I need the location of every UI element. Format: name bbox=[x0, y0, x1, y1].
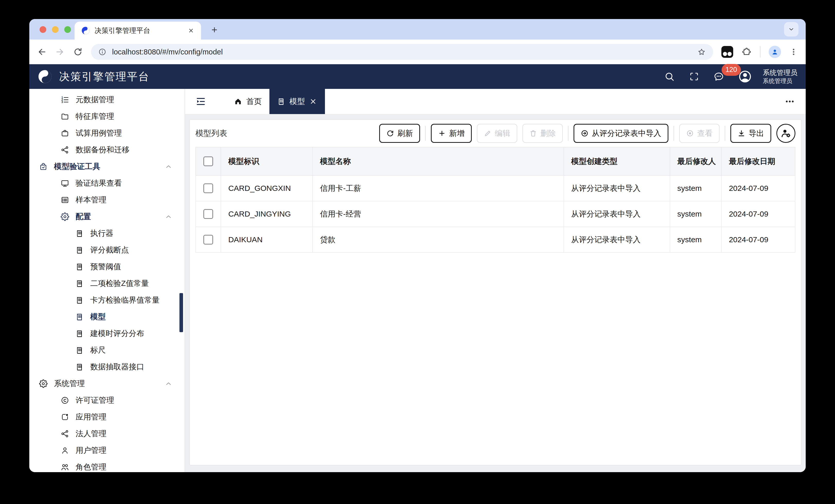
site-info-icon[interactable] bbox=[98, 48, 106, 56]
cell-model-name: 信用卡-经营 bbox=[312, 201, 564, 227]
messages-button[interactable]: 120 bbox=[713, 71, 724, 82]
person-icon bbox=[771, 48, 779, 56]
sidebar-item-user-management[interactable]: 用户管理 bbox=[29, 442, 185, 459]
sidebar-item-data-backup-migration[interactable]: 数据备份和迁移 bbox=[29, 142, 185, 158]
add-button[interactable]: 新增 bbox=[431, 124, 472, 143]
toolbar-divider bbox=[760, 46, 760, 58]
maximize-window-button[interactable] bbox=[64, 26, 71, 33]
close-window-button[interactable] bbox=[40, 26, 46, 33]
sidebar-group-system-management[interactable]: 系统管理 bbox=[29, 375, 185, 392]
sidebar-item-feature-library[interactable]: 特征库管理 bbox=[29, 108, 185, 125]
sidebar-item-sample-management[interactable]: 样本管理 bbox=[29, 192, 185, 208]
table-row[interactable]: CARD_JINGYING 信用卡-经营 从评分记录表中导入 system 20… bbox=[196, 201, 795, 227]
browser-profile-avatar[interactable] bbox=[769, 46, 781, 58]
address-bar[interactable]: localhost:8080/#/mv/config/model bbox=[91, 44, 713, 60]
user-permission-button[interactable] bbox=[776, 124, 795, 143]
sidebar-item-warning-threshold[interactable]: 预警阈值 bbox=[29, 258, 185, 275]
sidebar-item-modeling-score-distribution[interactable]: 建模时评分分布 bbox=[29, 325, 185, 342]
table-row[interactable]: DAIKUAN 贷款 从评分记录表中导入 system 2024-07-09 bbox=[196, 227, 795, 253]
edit-button[interactable]: 编辑 bbox=[477, 124, 517, 143]
sidebar-item-label: 许可证管理 bbox=[76, 395, 114, 406]
search-icon[interactable] bbox=[664, 71, 675, 82]
tab-search-button[interactable] bbox=[784, 22, 798, 37]
sidebar-item-validation-result-view[interactable]: 验证结果查看 bbox=[29, 175, 185, 192]
browser-tab[interactable]: 决策引擎管理平台 bbox=[75, 22, 201, 40]
app-header-actions: 120 系统管理员 系统管理员 bbox=[664, 68, 797, 85]
extensions-puzzle-icon[interactable] bbox=[741, 47, 752, 57]
sidebar-item-label: 法人管理 bbox=[76, 428, 106, 439]
sidebar-item-label: 预警阈值 bbox=[90, 261, 121, 272]
sidebar-item-trial-case-management[interactable]: 试算用例管理 bbox=[29, 125, 185, 142]
minimize-window-button[interactable] bbox=[52, 26, 59, 33]
browser-menu-icon[interactable] bbox=[789, 47, 798, 56]
bookmark-star-icon[interactable] bbox=[697, 47, 706, 56]
share-icon bbox=[61, 429, 69, 438]
collapse-sidebar-icon[interactable] bbox=[196, 96, 206, 107]
trash-icon bbox=[529, 129, 537, 137]
url-text[interactable]: localhost:8080/#/mv/config/model bbox=[112, 48, 692, 56]
sidebar-item-metadata-management[interactable]: 元数据管理 bbox=[29, 91, 185, 108]
cell-model-name: 贷款 bbox=[312, 227, 564, 253]
extension-icon[interactable] bbox=[721, 46, 733, 58]
export-button[interactable]: 导出 bbox=[730, 124, 771, 143]
sidebar-item-label: 元数据管理 bbox=[76, 94, 114, 105]
sidebar-item-license-management[interactable]: 许可证管理 bbox=[29, 392, 185, 409]
sidebar-item-role-management[interactable]: 角色管理 bbox=[29, 459, 185, 472]
tab-label: 模型 bbox=[289, 96, 305, 107]
sidebar-item-executor[interactable]: 执行器 bbox=[29, 225, 185, 242]
button-divider bbox=[568, 126, 568, 141]
back-button[interactable] bbox=[37, 47, 47, 57]
card-header: 模型列表 刷新 新增 bbox=[196, 120, 795, 147]
app-icon bbox=[61, 413, 69, 421]
sidebar-item-score-cutoff[interactable]: 评分截断点 bbox=[29, 242, 185, 258]
chevron-down-icon bbox=[788, 26, 795, 33]
sidebar-item-data-extractor-interface[interactable]: 数据抽取器接口 bbox=[29, 359, 185, 375]
column-header-create-type: 模型创建类型 bbox=[564, 147, 670, 175]
tab-model[interactable]: 模型 bbox=[269, 89, 325, 114]
sidebar-item-ruler[interactable]: 标尺 bbox=[29, 342, 185, 359]
briefcase-icon bbox=[61, 129, 69, 138]
sidebar-group-config[interactable]: 配置 bbox=[29, 208, 185, 225]
user-info[interactable]: 系统管理员 系统管理员 bbox=[763, 68, 797, 85]
button-divider bbox=[425, 126, 426, 141]
page-tab-bar: 首页 模型 bbox=[185, 89, 806, 114]
app-body: 元数据管理 特征库管理 试算用例管理 数据备份和迁移 模型验证工具 验证 bbox=[29, 89, 806, 472]
column-header-model-id: 模型标识 bbox=[221, 147, 312, 175]
new-tab-button[interactable] bbox=[207, 23, 222, 37]
row-checkbox[interactable] bbox=[203, 235, 213, 245]
view-button[interactable]: 查看 bbox=[679, 124, 719, 143]
close-tab-icon[interactable] bbox=[188, 27, 195, 34]
sidebar-item-label: 模型验证工具 bbox=[54, 161, 100, 172]
column-header-model-name: 模型名称 bbox=[312, 147, 564, 175]
tab-home[interactable]: 首页 bbox=[226, 89, 269, 114]
row-checkbox[interactable] bbox=[203, 184, 213, 193]
table-row[interactable]: CARD_GONGXIN 信用卡-工薪 从评分记录表中导入 system 202… bbox=[196, 175, 795, 201]
toolbar-buttons: 刷新 新增 编辑 bbox=[379, 124, 795, 143]
sidebar-item-chi-square-critical-constant[interactable]: 卡方检验临界值常量 bbox=[29, 292, 185, 309]
import-from-score-record-button[interactable]: 从评分记录表中导入 bbox=[573, 124, 668, 143]
sidebar-item-binomial-z-constant[interactable]: 二项检验Z值常量 bbox=[29, 275, 185, 292]
reload-button[interactable] bbox=[73, 47, 83, 57]
refresh-button[interactable]: 刷新 bbox=[379, 124, 420, 143]
row-checkbox[interactable] bbox=[203, 209, 213, 219]
sidebar-item-legal-entity-management[interactable]: 法人管理 bbox=[29, 425, 185, 442]
delete-button[interactable]: 删除 bbox=[523, 124, 563, 143]
button-label: 导出 bbox=[749, 128, 764, 139]
select-all-checkbox[interactable] bbox=[203, 156, 213, 166]
receipt-icon bbox=[75, 279, 84, 288]
cell-create-type: 从评分记录表中导入 bbox=[564, 175, 670, 201]
sidebar-scrollbar-thumb[interactable] bbox=[180, 293, 183, 332]
sidebar-item-app-management[interactable]: 应用管理 bbox=[29, 409, 185, 425]
sidebar-item-model[interactable]: 模型 bbox=[29, 309, 185, 325]
content-wrapper: 模型列表 刷新 新增 bbox=[185, 114, 806, 472]
app-title: 决策引擎管理平台 bbox=[59, 70, 150, 84]
close-tab-icon[interactable] bbox=[309, 97, 317, 106]
forward-button[interactable] bbox=[55, 47, 65, 57]
sidebar-group-model-validation-tools[interactable]: 模型验证工具 bbox=[29, 158, 185, 175]
sidebar-item-label: 试算用例管理 bbox=[76, 128, 122, 139]
more-tabs-icon[interactable] bbox=[785, 96, 795, 107]
fullscreen-icon[interactable] bbox=[689, 71, 699, 82]
user-name: 系统管理员 bbox=[763, 68, 797, 77]
person-gear-icon bbox=[780, 128, 791, 139]
button-divider bbox=[674, 126, 674, 141]
